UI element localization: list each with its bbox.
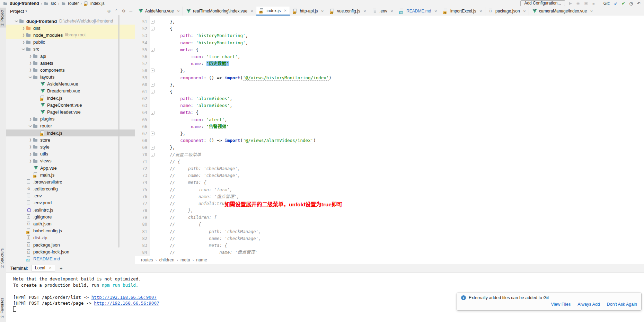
tree-item-auth-json[interactable]: {}auth.json bbox=[6, 220, 135, 227]
editor-tab-readme-md[interactable]: MDREADME.md✕ bbox=[396, 7, 440, 16]
code-line[interactable]: // path: 'checkManage', bbox=[149, 165, 644, 172]
tree-item-dist-zip[interactable]: dist.zip bbox=[6, 234, 135, 241]
code-line[interactable]: // { bbox=[149, 158, 644, 165]
locate-icon[interactable]: ⊕ bbox=[107, 9, 111, 14]
close-icon[interactable]: ✕ bbox=[363, 9, 366, 13]
hide-panel-icon[interactable]: ─ bbox=[129, 9, 132, 14]
tree-item--env-prod[interactable]: .env.prod bbox=[6, 199, 135, 206]
tree-item-breadcrumb-vue[interactable]: Breadcrumb.vue bbox=[6, 88, 135, 95]
project-tree-scrollbar[interactable] bbox=[118, 15, 120, 248]
code-line[interactable]: path: 'historyMonitoring', bbox=[149, 32, 644, 39]
notification-action-view-files[interactable]: View Files bbox=[551, 302, 571, 307]
tree-item-public[interactable]: ❯public bbox=[6, 39, 135, 46]
code-lines[interactable]: }, { path: 'historyMonitoring', name: 'h… bbox=[149, 16, 644, 256]
editor-tab--env[interactable]: .env✕ bbox=[369, 7, 396, 16]
tree-item-duoji-frontend[interactable]: ❯duoji-frontendD:\zheheWeb\duoji-fronten… bbox=[6, 18, 135, 25]
tree-item--gitignore[interactable]: ⊘.gitignore bbox=[6, 213, 135, 220]
editor-tab-asidemenu-vue[interactable]: AsideMenu.vue✕ bbox=[135, 7, 183, 16]
close-icon[interactable]: ✕ bbox=[523, 9, 526, 13]
tree-item-package-lock-json[interactable]: {}package-lock.json bbox=[6, 248, 135, 255]
code-line[interactable]: // name: 'checkManage', bbox=[149, 172, 644, 179]
chevron-expanded-icon[interactable]: ❯ bbox=[29, 124, 32, 128]
code-line[interactable]: { bbox=[149, 88, 644, 95]
chevron-expanded-icon[interactable]: ❯ bbox=[15, 19, 18, 24]
code-line[interactable]: //设置二级菜单 bbox=[149, 151, 644, 158]
stop-icon[interactable]: ■ bbox=[592, 1, 595, 6]
chevron-collapsed-icon[interactable]: ❯ bbox=[28, 117, 33, 121]
code-line[interactable]: icon: 'alert', bbox=[149, 116, 644, 123]
tree-item-index-js[interactable]: JSindex.js bbox=[6, 129, 135, 136]
code-line[interactable]: name: 'alarmVideos', bbox=[149, 102, 644, 109]
code-line[interactable]: component: () => import('@/views/history… bbox=[149, 74, 644, 81]
code-line[interactable]: name: '告警视频' bbox=[149, 123, 644, 130]
chevron-collapsed-icon[interactable]: ❯ bbox=[21, 41, 26, 44]
editor-tab-http-api-js[interactable]: JShttp-api.js✕ bbox=[290, 7, 327, 16]
code-line[interactable]: // icon: 'form', bbox=[149, 186, 644, 193]
breadcrumb-item[interactable]: JSindex.js bbox=[83, 1, 105, 6]
chevron-collapsed-icon[interactable]: ❯ bbox=[28, 138, 33, 142]
tool-window-structure-button[interactable]: 1: Structure bbox=[0, 247, 6, 270]
chevron-collapsed-icon[interactable]: ❯ bbox=[21, 26, 26, 30]
coverage-icon[interactable]: ▣ bbox=[584, 1, 588, 6]
tree-item-src[interactable]: ❯src bbox=[6, 46, 135, 53]
notification-action-don-t-ask-again[interactable]: Don't Ask Again bbox=[607, 302, 637, 307]
editor-tab-index-js[interactable]: JSindex.js✕ bbox=[256, 7, 290, 16]
code-line[interactable]: meta: { bbox=[149, 109, 644, 116]
code-line[interactable]: }, bbox=[149, 18, 644, 25]
tool-window-favorites-button[interactable]: 2: Favorites bbox=[0, 296, 6, 319]
tree-item-style[interactable]: ❯style bbox=[6, 143, 135, 150]
new-terminal-button[interactable]: + bbox=[59, 266, 63, 271]
tree-item-utils[interactable]: ❯utils bbox=[6, 151, 135, 158]
add-configuration-button[interactable]: Add Configuration... bbox=[520, 0, 565, 6]
chevron-collapsed-icon[interactable]: ❯ bbox=[28, 54, 33, 58]
debug-icon[interactable]: ◉ bbox=[576, 1, 580, 6]
tree-item-dist[interactable]: ❯dist bbox=[6, 25, 135, 32]
tree-item-pagecontent-vue[interactable]: PageContent.vue bbox=[6, 101, 135, 108]
tree-item-node-modules[interactable]: ❯node_moduleslibrary root bbox=[6, 32, 135, 38]
tree-item-components[interactable]: ❯components bbox=[6, 66, 135, 73]
tree-item-index-js[interactable]: JSindex.js bbox=[6, 95, 135, 101]
tree-item-pageheader-vue[interactable]: PageHeader.vue bbox=[6, 108, 135, 115]
close-icon[interactable]: ✕ bbox=[590, 9, 593, 13]
terminal-link[interactable]: http://192.168.66.56:9007 bbox=[91, 295, 157, 300]
tree-item-views[interactable]: ❯views bbox=[6, 158, 135, 164]
tree-item-package-json[interactable]: {}package.json bbox=[6, 241, 135, 248]
notification-action-always-add[interactable]: Always Add bbox=[577, 302, 600, 307]
tree-item-readme-md[interactable]: MDREADME.md bbox=[6, 255, 135, 262]
code-line[interactable]: // { bbox=[149, 221, 644, 228]
close-icon[interactable]: ✕ bbox=[177, 9, 180, 13]
tree-item-asidemenu-vue[interactable]: AsideMenu.vue bbox=[6, 81, 135, 88]
editor-tab-vue-config-js[interactable]: JSvue.config.js✕ bbox=[327, 7, 369, 16]
close-icon[interactable]: ✕ bbox=[250, 9, 253, 13]
tree-item-layouts[interactable]: ❯layouts bbox=[6, 74, 135, 81]
code-line[interactable]: meta: { bbox=[149, 46, 644, 53]
collapse-all-icon[interactable]: ⌃ bbox=[115, 9, 118, 14]
tree-item-api[interactable]: ❯api bbox=[6, 53, 135, 60]
close-icon[interactable]: ✕ bbox=[390, 9, 393, 13]
code-line[interactable]: }, bbox=[149, 67, 644, 74]
code-line[interactable]: path: 'alarmVideos', bbox=[149, 95, 644, 102]
code-line[interactable]: // name: '盘点管理' bbox=[149, 249, 644, 256]
close-icon[interactable]: ✕ bbox=[284, 9, 286, 12]
chevron-collapsed-icon[interactable]: ❯ bbox=[28, 68, 33, 72]
editor-breadcrumb-item[interactable]: children bbox=[159, 258, 174, 262]
tree-item-router[interactable]: ❯router bbox=[6, 123, 135, 129]
code-line[interactable]: { bbox=[149, 25, 644, 32]
tree-item-main-js[interactable]: JSmain.js bbox=[6, 171, 135, 178]
code-line[interactable]: // name: 'checkManage', bbox=[149, 235, 644, 242]
terminal-tab-local[interactable]: Local ✕ bbox=[32, 265, 55, 271]
terminal-link[interactable]: http://192.168.66.56:9007 bbox=[94, 301, 159, 306]
close-icon[interactable]: ✕ bbox=[479, 9, 482, 13]
code-line[interactable]: // children: [ bbox=[149, 214, 644, 221]
run-icon[interactable]: ▶ bbox=[569, 1, 572, 6]
git-history-icon[interactable]: ◷ bbox=[629, 1, 633, 6]
code-line[interactable]: // meta: { bbox=[149, 179, 644, 186]
chevron-collapsed-icon[interactable]: ❯ bbox=[21, 33, 26, 37]
editor-tab-cameramanage-index-vue[interactable]: cameraManage\index.vue✕ bbox=[529, 7, 596, 16]
code-line[interactable]: // name: '盘点管理', bbox=[149, 193, 644, 200]
code-line[interactable]: name: 'historyMonitoring', bbox=[149, 39, 644, 46]
breadcrumb-item[interactable]: router bbox=[61, 1, 79, 6]
tree-item-babel-config-js[interactable]: JSbabel.config.js bbox=[6, 227, 135, 234]
chevron-collapsed-icon[interactable]: ❯ bbox=[28, 61, 33, 65]
close-icon[interactable]: ✕ bbox=[434, 9, 437, 13]
